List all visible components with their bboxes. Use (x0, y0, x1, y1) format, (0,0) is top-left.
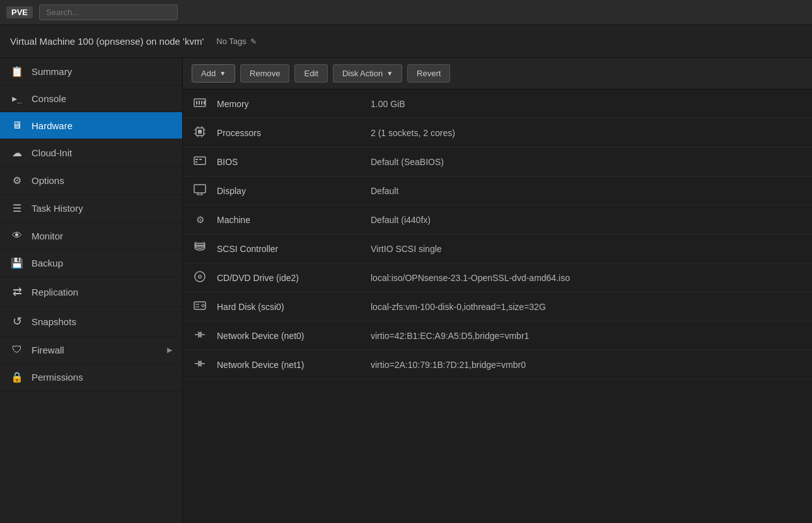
table-row[interactable]: CD/DVD Drive (ide2) local:iso/OPNsense-2… (183, 263, 812, 292)
revert-label: Revert (417, 69, 441, 78)
processor-icon (192, 125, 208, 140)
chevron-right-icon: ▶ (167, 346, 172, 354)
hw-name: Display (217, 186, 362, 196)
sidebar-item-label: Summary (32, 66, 72, 77)
hw-name: Memory (217, 99, 362, 109)
svg-rect-1 (196, 101, 197, 105)
sidebar-item-firewall[interactable]: 🛡 Firewall ▶ (0, 336, 182, 364)
scsi-icon (192, 242, 208, 255)
replication-icon: ⇄ (10, 285, 24, 299)
sidebar-item-console[interactable]: ▶_ Console (0, 86, 182, 112)
svg-rect-3 (201, 101, 202, 105)
sidebar-item-label: Monitor (32, 231, 63, 241)
sidebar-item-label: Task History (32, 203, 83, 214)
sidebar-item-cloud-init[interactable]: ☁ Cloud-Init (0, 139, 182, 167)
monitor-icon: 👁 (10, 230, 24, 241)
sidebar-item-backup[interactable]: 💾 Backup (0, 250, 182, 277)
sidebar-item-label: Snapshots (32, 316, 76, 327)
hw-name: Hard Disk (scsi0) (217, 302, 362, 312)
sidebar-item-label: Cloud-Init (32, 147, 72, 158)
table-row[interactable]: BIOS Default (SeaBIOS) (183, 147, 812, 176)
table-row[interactable]: Hard Disk (scsi0) local-zfs:vm-100-disk-… (183, 292, 812, 321)
sidebar-item-label: Console (32, 93, 66, 104)
table-row[interactable]: ⚙ Machine Default (i440fx) (183, 205, 812, 234)
hw-value: 2 (1 sockets, 2 cores) (371, 128, 455, 138)
hw-name: SCSI Controller (217, 244, 362, 254)
sidebar-item-permissions[interactable]: 🔒 Permissions (0, 364, 182, 391)
hardware-table: Memory 1.00 GiB Processors 2 (1 sockets,… (183, 89, 812, 523)
summary-icon: 📋 (10, 66, 24, 78)
sidebar-item-task-history[interactable]: ☰ Task History (0, 195, 182, 222)
network-icon (192, 330, 208, 341)
svg-rect-16 (195, 159, 198, 160)
hw-value: 1.00 GiB (371, 99, 405, 109)
hw-value: local-zfs:vm-100-disk-0,iothread=1,size=… (371, 302, 546, 312)
sidebar-item-monitor[interactable]: 👁 Monitor (0, 222, 182, 250)
sidebar-item-summary[interactable]: 📋 Summary (0, 58, 182, 86)
table-row[interactable]: Memory 1.00 GiB (183, 89, 812, 118)
sidebar-item-snapshots[interactable]: ↺ Snapshots (0, 307, 182, 336)
network-icon (192, 359, 208, 370)
main-content: Add ▼ Remove Edit Disk Action ▼ Revert (183, 58, 812, 523)
remove-label: Remove (250, 69, 280, 78)
sidebar-item-replication[interactable]: ⇄ Replication (0, 277, 182, 307)
options-icon: ⚙ (10, 175, 24, 187)
memory-icon (192, 98, 208, 110)
task-history-icon: ☰ (10, 202, 24, 214)
no-tags-label: No Tags (216, 37, 246, 46)
sidebar-item-label: Hardware (32, 120, 72, 131)
table-row[interactable]: Network Device (net1) virtio=2A:10:79:1B… (183, 350, 812, 379)
svg-rect-4 (204, 101, 205, 105)
cloud-init-icon: ☁ (10, 147, 24, 159)
hw-name: CD/DVD Drive (ide2) (217, 273, 362, 283)
bios-icon (192, 155, 208, 168)
svg-rect-17 (199, 159, 202, 160)
table-row[interactable]: Network Device (net0) virtio=42:B1:EC:A9… (183, 321, 812, 350)
hw-value: Default (SeaBIOS) (371, 157, 444, 167)
hw-value: virtio=42:B1:EC:A9:A5:D5,bridge=vmbr1 (371, 331, 529, 341)
harddisk-icon (192, 300, 208, 313)
toolbar: Add ▼ Remove Edit Disk Action ▼ Revert (183, 58, 812, 89)
table-row[interactable]: SCSI Controller VirtIO SCSI single (183, 234, 812, 263)
main-layout: 📋 Summary ▶_ Console 🖥 Hardware ☁ Cloud-… (0, 58, 812, 523)
backup-icon: 💾 (10, 257, 24, 269)
hw-name: Processors (217, 128, 362, 138)
sidebar-item-hardware[interactable]: 🖥 Hardware (0, 112, 182, 139)
hw-name: Network Device (net0) (217, 331, 362, 341)
svg-rect-18 (195, 161, 197, 163)
top-bar: PVE (0, 0, 812, 25)
edit-button[interactable]: Edit (294, 64, 327, 83)
hw-name: Machine (217, 215, 362, 225)
hw-value: Default (371, 186, 398, 196)
hw-value: Default (i440fx) (371, 215, 431, 225)
vm-title: Virtual Machine 100 (opnsense) on node '… (10, 36, 204, 47)
sidebar-item-options[interactable]: ⚙ Options (0, 167, 182, 195)
svg-rect-2 (199, 101, 200, 105)
hw-name: BIOS (217, 157, 362, 167)
table-row[interactable]: Display Default (183, 176, 812, 205)
svg-rect-19 (194, 185, 206, 193)
sidebar-item-label: Options (32, 175, 64, 186)
sidebar: 📋 Summary ▶_ Console 🖥 Hardware ☁ Cloud-… (0, 58, 183, 523)
console-icon: ▶_ (10, 94, 24, 103)
sidebar-item-label: Firewall (32, 345, 64, 355)
table-row[interactable]: Processors 2 (1 sockets, 2 cores) (183, 118, 812, 147)
hw-value: VirtIO SCSI single (371, 244, 442, 254)
tags-edit-icon: ✎ (250, 37, 257, 46)
add-button[interactable]: Add ▼ (192, 64, 235, 83)
hw-value: virtio=2A:10:79:1B:7D:21,bridge=vmbr0 (371, 360, 526, 370)
sidebar-item-label: Replication (32, 287, 78, 297)
snapshots-icon: ↺ (10, 314, 24, 328)
add-label: Add (201, 69, 216, 78)
svg-point-30 (202, 304, 204, 307)
search-input[interactable] (39, 4, 178, 20)
no-tags-button[interactable]: No Tags ✎ (216, 37, 256, 46)
revert-button[interactable]: Revert (407, 64, 450, 83)
display-icon (192, 184, 208, 197)
sidebar-item-label: Permissions (32, 372, 83, 382)
remove-button[interactable]: Remove (240, 64, 289, 83)
svg-rect-6 (198, 130, 202, 134)
sidebar-item-label: Backup (32, 258, 63, 268)
disk-action-button[interactable]: Disk Action ▼ (333, 64, 402, 83)
svg-rect-15 (194, 157, 206, 164)
